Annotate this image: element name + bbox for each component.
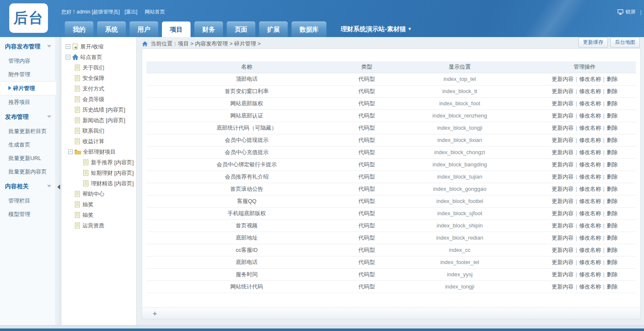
tree-item[interactable]: 安全保障 xyxy=(65,73,136,83)
update-cache-button[interactable]: 更新缓存 xyxy=(578,37,608,48)
sidebar-item[interactable]: 管理内容 xyxy=(0,54,56,68)
action-update-content-link[interactable]: 更新内容 xyxy=(551,283,573,290)
action-update-content-link[interactable]: 更新内容 xyxy=(551,271,573,278)
action-rename-link[interactable]: 修改名称 xyxy=(579,112,601,119)
tree-item[interactable]: 收益计算 xyxy=(65,136,136,147)
action-rename-link[interactable]: 修改名称 xyxy=(579,235,601,241)
action-delete-link[interactable]: 删除 xyxy=(607,112,617,119)
action-delete-link[interactable]: 删除 xyxy=(607,186,617,192)
action-rename-link[interactable]: 修改名称 xyxy=(579,174,601,180)
site-selector-dropdown[interactable]: 理财系统演示站-素材猫▼ xyxy=(341,25,412,33)
tree-item[interactable]: 会员等级 xyxy=(65,94,136,104)
action-rename-link[interactable]: 修改名称 xyxy=(579,283,601,290)
tree-item[interactable]: 新闻动态 [内容页] xyxy=(65,115,136,125)
action-rename-link[interactable]: 修改名称 xyxy=(579,149,601,155)
action-delete-link[interactable]: 删除 xyxy=(607,198,617,204)
tree-item[interactable]: 运营资质 xyxy=(65,220,136,231)
action-delete-link[interactable]: 删除 xyxy=(607,247,617,253)
action-update-content-link[interactable]: 更新内容 xyxy=(551,76,573,82)
action-update-content-link[interactable]: 更新内容 xyxy=(551,174,573,180)
breadcrumb-link[interactable]: 内容发布管理 xyxy=(195,40,228,47)
action-delete-link[interactable]: 删除 xyxy=(607,222,617,229)
action-delete-link[interactable]: 删除 xyxy=(607,88,617,94)
breadcrumb-link[interactable]: 碎片管理 xyxy=(234,40,256,47)
tree-expander-icon[interactable]: − xyxy=(68,149,73,154)
lock-screen-link[interactable]: 锁屏 xyxy=(625,8,636,16)
sidebar-item[interactable]: 生成首页 xyxy=(0,138,56,152)
nav-tab[interactable]: 用户 xyxy=(130,21,158,37)
action-rename-link[interactable]: 修改名称 xyxy=(579,271,601,278)
action-delete-link[interactable]: 删除 xyxy=(607,149,617,155)
tree-item[interactable]: −全部理财项目 xyxy=(65,147,136,157)
action-update-content-link[interactable]: 更新内容 xyxy=(551,235,573,241)
action-rename-link[interactable]: 修改名称 xyxy=(579,259,601,265)
tree-item[interactable]: 抽奖 xyxy=(65,199,136,210)
sidebar-item[interactable]: 推荐项目 xyxy=(0,96,56,109)
action-delete-link[interactable]: 删除 xyxy=(607,283,617,290)
action-rename-link[interactable]: 修改名称 xyxy=(579,76,601,82)
tree-item[interactable]: 历史战绩 [内容页] xyxy=(65,104,136,115)
action-delete-link[interactable]: 删除 xyxy=(607,125,617,131)
action-rename-link[interactable]: 修改名称 xyxy=(579,125,601,131)
tree-item[interactable]: 联系我们 xyxy=(65,125,136,136)
tree-item[interactable]: 帮助中心 xyxy=(65,189,136,199)
nav-tab[interactable]: 页面 xyxy=(227,21,255,37)
action-delete-link[interactable]: 删除 xyxy=(607,161,617,168)
sidebar-section-title[interactable]: 内容发布管理 xyxy=(0,39,56,54)
action-update-content-link[interactable]: 更新内容 xyxy=(551,125,573,131)
action-update-content-link[interactable]: 更新内容 xyxy=(551,137,573,143)
action-delete-link[interactable]: 删除 xyxy=(607,174,617,180)
nav-tab[interactable]: 扩展 xyxy=(259,21,288,37)
action-rename-link[interactable]: 修改名称 xyxy=(579,222,601,229)
action-rename-link[interactable]: 修改名称 xyxy=(579,210,601,216)
tree-item[interactable]: −展开/收缩 xyxy=(65,41,136,52)
sidebar-item[interactable]: 附件管理 xyxy=(0,68,56,81)
tree-item[interactable]: −站点首页 xyxy=(65,52,136,62)
action-update-content-link[interactable]: 更新内容 xyxy=(551,161,573,168)
action-rename-link[interactable]: 修改名称 xyxy=(579,88,601,94)
action-update-content-link[interactable]: 更新内容 xyxy=(551,112,573,119)
sidebar-collapse-handle[interactable] xyxy=(56,37,61,325)
action-rename-link[interactable]: 修改名称 xyxy=(579,247,601,253)
action-update-content-link[interactable]: 更新内容 xyxy=(551,222,573,229)
action-update-content-link[interactable]: 更新内容 xyxy=(551,259,573,265)
action-delete-link[interactable]: 删除 xyxy=(607,137,617,143)
action-delete-link[interactable]: 删除 xyxy=(607,259,617,265)
sidebar-item[interactable]: 管理栏目 xyxy=(0,194,56,208)
action-rename-link[interactable]: 修改名称 xyxy=(579,161,601,168)
tree-item[interactable]: 理财精选 [内容页] xyxy=(65,178,136,189)
action-update-content-link[interactable]: 更新内容 xyxy=(551,198,573,204)
site-home-link[interactable]: 网站首页 xyxy=(145,9,165,15)
breadcrumb-link[interactable]: 项目 xyxy=(178,40,189,47)
sidebar-section-title[interactable]: 发布管理 xyxy=(0,109,56,125)
action-rename-link[interactable]: 修改名称 xyxy=(579,100,601,107)
sidebar-item[interactable]: 碎片管理 xyxy=(0,81,56,96)
nav-tab[interactable]: 系统 xyxy=(97,21,126,37)
action-rename-link[interactable]: 修改名称 xyxy=(579,186,601,192)
tree-expander-icon[interactable]: − xyxy=(66,55,70,59)
logout-link[interactable]: [退出] xyxy=(125,9,138,15)
nav-tab[interactable]: 我的 xyxy=(65,21,93,37)
tree-item[interactable]: 支付方式 xyxy=(65,83,136,94)
sidebar-item[interactable]: 批量更新内容页 xyxy=(0,165,56,179)
add-fragment-bar[interactable]: + xyxy=(142,307,640,319)
tree-item[interactable]: 抽奖 xyxy=(65,210,136,220)
action-update-content-link[interactable]: 更新内容 xyxy=(551,88,573,94)
action-rename-link[interactable]: 修改名称 xyxy=(579,137,601,143)
tree-item[interactable]: 关于我们 xyxy=(65,62,136,73)
action-delete-link[interactable]: 删除 xyxy=(607,271,617,278)
sidebar-section-title[interactable]: 内容相关 xyxy=(0,179,56,194)
nav-tab[interactable]: 数据库 xyxy=(292,21,326,37)
sidebar-item[interactable]: 批量更新URL xyxy=(0,152,56,165)
action-update-content-link[interactable]: 更新内容 xyxy=(551,210,573,216)
sidebar-item[interactable]: 模型管理 xyxy=(0,208,56,221)
action-delete-link[interactable]: 删除 xyxy=(607,235,617,241)
action-update-content-link[interactable]: 更新内容 xyxy=(551,186,573,192)
action-update-content-link[interactable]: 更新内容 xyxy=(551,247,573,253)
action-update-content-link[interactable]: 更新内容 xyxy=(551,149,573,155)
tree-expander-icon[interactable]: − xyxy=(66,44,70,49)
site-map-button[interactable]: 后台地图 xyxy=(610,37,640,48)
action-delete-link[interactable]: 删除 xyxy=(607,76,617,82)
action-delete-link[interactable]: 删除 xyxy=(607,100,617,107)
action-delete-link[interactable]: 删除 xyxy=(607,210,617,216)
